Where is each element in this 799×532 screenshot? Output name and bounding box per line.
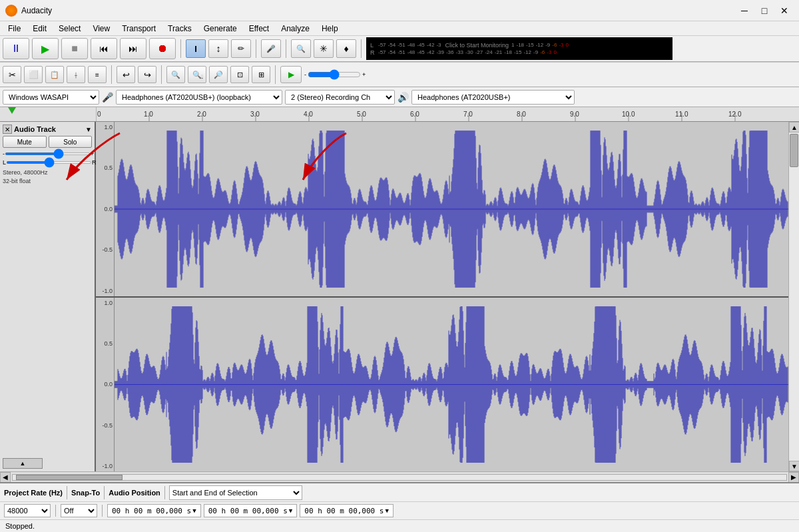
- svg-text:9.0: 9.0: [570, 111, 579, 118]
- zoom-toggle-button[interactable]: ⊞: [252, 66, 270, 83]
- menu-view[interactable]: View: [87, 23, 115, 35]
- multi-tool-button[interactable]: ✳: [314, 39, 334, 58]
- vertical-scrollbar[interactable]: ▲ ▼: [788, 122, 799, 471]
- svg-text:10.0: 10.0: [622, 111, 635, 118]
- vu-click-monitor[interactable]: Click to Start Monitoring: [441, 42, 509, 49]
- record-button[interactable]: ⏺: [149, 38, 176, 59]
- selection-format-select[interactable]: Start and End of Selection: [169, 485, 302, 500]
- copy-button[interactable]: ⬜: [24, 66, 43, 83]
- undo-button[interactable]: ↩: [117, 66, 135, 83]
- mic-monitor-button[interactable]: 🎤: [261, 39, 281, 58]
- channels-select[interactable]: 2 (Stereo) Recording Ch: [285, 90, 395, 105]
- svg-text:4.0: 4.0: [304, 111, 313, 118]
- sel-start-display[interactable]: 00 h 00 m 00,000 s ▼: [204, 504, 298, 517]
- scroll-thumb[interactable]: [790, 134, 798, 167]
- solo-button[interactable]: Solo: [49, 136, 93, 148]
- ch2-scale-1-0: 1.0: [97, 300, 113, 306]
- zoom-in-button[interactable]: 🔍: [166, 66, 185, 83]
- menu-tracks[interactable]: Tracks: [162, 23, 197, 35]
- cut-button[interactable]: ✂: [3, 66, 21, 83]
- track-dropdown-arrow[interactable]: ▼: [85, 126, 92, 133]
- silence-button[interactable]: ≡: [88, 66, 107, 83]
- volume-slider[interactable]: [5, 152, 91, 155]
- sel-start-dropdown[interactable]: ▼: [289, 507, 292, 514]
- main-area: ✕ Audio Track ▼ Mute Solo - +: [0, 122, 799, 471]
- ch2-scale-n1-0: -1.0: [97, 463, 113, 469]
- toolbar-sep-7: [275, 65, 276, 84]
- sel-end-dropdown[interactable]: ▼: [386, 507, 389, 514]
- minimize-button[interactable]: ─: [735, 4, 754, 17]
- svg-text:5.0: 5.0: [357, 111, 366, 118]
- envelope-tool-button[interactable]: ↕: [208, 39, 228, 58]
- stop-button[interactable]: ■: [61, 38, 88, 59]
- ch2-scale-0-5: 0.5: [97, 340, 113, 347]
- pan-row: L R: [3, 159, 92, 166]
- menu-transport[interactable]: Transport: [117, 23, 161, 35]
- output-select[interactable]: Headphones (AT2020USB+): [411, 90, 575, 105]
- zoom-out-button[interactable]: 🔍-: [188, 66, 206, 83]
- zoom-in-sel-button[interactable]: 🔍: [291, 39, 311, 58]
- snap-to-select[interactable]: Off: [61, 504, 97, 517]
- menu-file[interactable]: File: [3, 23, 26, 35]
- scroll-right-button[interactable]: ▶: [788, 472, 799, 483]
- svg-text:3.0: 3.0: [250, 111, 260, 118]
- track-header: ✕ Audio Track ▼: [3, 125, 92, 134]
- toolbar-sep-6: [161, 65, 162, 84]
- trim-button[interactable]: ⟊: [67, 66, 85, 83]
- host-select[interactable]: Windows WASAPI: [3, 90, 99, 105]
- skip-end-button[interactable]: ⏭: [120, 38, 146, 59]
- selection-tool-button[interactable]: I: [186, 39, 206, 58]
- speed-slider[interactable]: [308, 69, 361, 80]
- mic-icon: 🎤: [102, 92, 113, 103]
- snap-to-label: Snap-To: [71, 489, 100, 497]
- menu-help[interactable]: Help: [316, 23, 344, 35]
- track-info-line2: 32-bit float: [3, 177, 92, 186]
- zoom-fit-button[interactable]: ⊡: [230, 66, 249, 83]
- mute-button[interactable]: Mute: [3, 136, 47, 148]
- waveform-area[interactable]: 1.0 0.5 0.0 -0.5 -1.0: [96, 122, 788, 471]
- play-button[interactable]: ▶: [32, 38, 59, 59]
- h-scroll-track[interactable]: [12, 474, 787, 481]
- channel2-waveform[interactable]: [115, 298, 788, 472]
- channel1-waveform[interactable]: [115, 122, 788, 296]
- menu-effect[interactable]: Effect: [244, 23, 274, 35]
- scroll-down-button[interactable]: ▼: [789, 461, 799, 471]
- scroll-track[interactable]: [789, 133, 799, 461]
- pause-button[interactable]: ⏸: [3, 38, 29, 59]
- menu-select[interactable]: Select: [53, 23, 86, 35]
- sep-5: [102, 505, 103, 517]
- draw-tool-button[interactable]: ✏: [231, 39, 251, 58]
- menu-generate[interactable]: Generate: [198, 23, 242, 35]
- play-at-speed-button[interactable]: ▶: [280, 66, 302, 83]
- zoom-sel-button[interactable]: 🔎: [209, 66, 228, 83]
- audio-position-display[interactable]: 00 h 00 m 00,000 s ▼: [107, 504, 201, 517]
- redo-button[interactable]: ↪: [138, 66, 156, 83]
- expand-button[interactable]: ▲: [3, 458, 43, 469]
- silence-tool-button[interactable]: ♦: [336, 39, 356, 58]
- input-select[interactable]: Headphones (AT2020USB+) (loopback): [116, 90, 282, 105]
- h-scroll-thumb[interactable]: [16, 475, 123, 480]
- svg-text:0: 0: [97, 111, 101, 118]
- menu-edit[interactable]: Edit: [27, 23, 52, 35]
- channel2-scale: 1.0 0.5 0.0 -0.5 -1.0: [96, 298, 115, 472]
- svg-text:8.0: 8.0: [517, 111, 526, 118]
- scale-n0-5: -0.5: [97, 246, 113, 253]
- maximize-button[interactable]: □: [755, 4, 774, 17]
- scroll-up-button[interactable]: ▲: [789, 122, 799, 133]
- track-close-button[interactable]: ✕: [3, 125, 12, 134]
- close-button[interactable]: ✕: [775, 4, 794, 17]
- pos-time-dropdown[interactable]: ▼: [192, 507, 196, 514]
- horizontal-scrollbar[interactable]: ◀ ▶: [0, 471, 799, 482]
- scale-1-0: 1.0: [97, 124, 113, 131]
- paste-button[interactable]: 📋: [45, 66, 64, 83]
- skip-start-button[interactable]: ⏮: [91, 38, 117, 59]
- channel1-scale: 1.0 0.5 0.0 -0.5 -1.0: [96, 122, 115, 296]
- pan-slider[interactable]: [6, 161, 92, 164]
- project-rate-select[interactable]: 48000: [4, 504, 51, 517]
- menu-analyze[interactable]: Analyze: [276, 23, 315, 35]
- scroll-left-button[interactable]: ◀: [0, 472, 11, 483]
- svg-text:12.0: 12.0: [728, 111, 742, 118]
- bottom-status-bar: Project Rate (Hz) Snap-To Audio Position…: [0, 482, 799, 519]
- toolbar-sep-4: [361, 39, 362, 58]
- sel-end-display[interactable]: 00 h 00 m 00,000 s ▼: [300, 504, 394, 517]
